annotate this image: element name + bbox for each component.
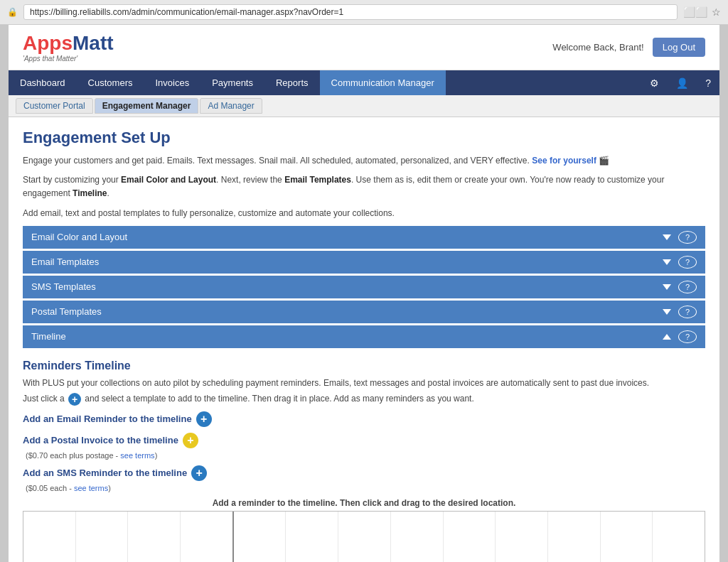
- accordion-label-email-color: Email Color and Layout: [31, 232, 127, 242]
- help-button-timeline[interactable]: ?: [678, 330, 697, 343]
- nav-reports[interactable]: Reports: [264, 70, 320, 95]
- grid-col: [391, 512, 444, 562]
- nav-icon-group: ⚙ 👤 ?: [641, 72, 719, 94]
- chevron-down-icon-4: [663, 309, 671, 315]
- header: AppsMatt 'Apps that Matter' Welcome Back…: [9, 25, 719, 70]
- grid-col: [653, 512, 705, 562]
- address-bar[interactable]: https://billing.reliabills.com/admin/com…: [23, 4, 678, 20]
- logo: AppsMatt 'Apps that Matter': [23, 32, 114, 63]
- add-sms-button[interactable]: +: [191, 465, 207, 481]
- accordion-header-sms-templates[interactable]: SMS Templates ?: [23, 276, 705, 298]
- settings-icon[interactable]: ⚙: [641, 72, 668, 94]
- timeline-chart: Invoice Due -30 -20 -10 00 10 20 30 40 5…: [23, 511, 705, 562]
- grid-col-zero: [181, 512, 234, 562]
- nav-dashboard[interactable]: Dashboard: [9, 70, 77, 95]
- accordion-header-email-color[interactable]: Email Color and Layout ?: [23, 226, 705, 249]
- intro-text-3: Add email, text and postal templates to …: [23, 207, 705, 220]
- logo-apps: Apps: [23, 32, 73, 54]
- grid-col: [286, 512, 338, 562]
- accordion-header-timeline[interactable]: Timeline ?: [23, 325, 705, 348]
- postal-cost-note: ($0.70 each plus postage - see terms): [26, 451, 705, 460]
- see-for-yourself-link[interactable]: See for yourself: [532, 156, 596, 166]
- accordion-email-color: Email Color and Layout ?: [23, 226, 705, 249]
- add-postal-reminder-row: Add a Postal Invoice to the timeline +: [23, 433, 705, 448]
- add-postal-label: Add a Postal Invoice to the timeline: [23, 435, 178, 445]
- chevron-down-icon: [663, 234, 671, 240]
- add-sms-label: Add an SMS Reminder to the timeline: [23, 468, 187, 478]
- grid-col: [76, 512, 129, 562]
- grid-col: [338, 512, 391, 562]
- timeline-section: Reminders Timeline With PLUS put your co…: [23, 360, 705, 562]
- grid-col: [601, 512, 653, 562]
- bookmark-icon: ☆: [712, 6, 721, 18]
- chevron-down-icon-3: [663, 284, 671, 290]
- nav-customers[interactable]: Customers: [77, 70, 144, 95]
- main-content: Engagement Set Up Engage your customers …: [9, 117, 719, 562]
- browser-chrome: 🔒 https://billing.reliabills.com/admin/c…: [0, 0, 728, 25]
- timeline-title: Reminders Timeline: [23, 360, 705, 372]
- add-email-label: Add an Email Reminder to the timeline: [23, 414, 192, 424]
- add-email-button[interactable]: +: [196, 411, 212, 427]
- plus-icon-inline: +: [68, 393, 81, 406]
- grid-col: [128, 512, 181, 562]
- browser-icons: ⬜⬜ ☆: [683, 6, 721, 18]
- logout-button[interactable]: Log Out: [653, 38, 705, 57]
- logo-text: AppsMatt: [23, 32, 114, 55]
- header-right: Welcome Back, Brant! Log Out: [552, 38, 705, 57]
- sms-terms-link[interactable]: see terms: [74, 484, 108, 492]
- welcome-message: Welcome Back, Brant!: [552, 42, 643, 53]
- accordion-header-email-templates[interactable]: Email Templates ?: [23, 251, 705, 274]
- grid-col: [444, 512, 496, 562]
- main-nav: Dashboard Customers Invoices Payments Re…: [9, 70, 719, 95]
- accordion-label-sms-templates: SMS Templates: [31, 281, 96, 292]
- intro-text-1: Engage your customers and get paid. Emai…: [23, 154, 705, 168]
- accordion-timeline: Timeline ?: [23, 325, 705, 348]
- grid-col: [23, 512, 76, 562]
- add-email-reminder-row: Add an Email Reminder to the timeline +: [23, 411, 705, 427]
- accordion-postal-templates: Postal Templates ?: [23, 301, 705, 323]
- add-postal-button[interactable]: +: [183, 433, 198, 448]
- user-icon[interactable]: 👤: [668, 72, 697, 94]
- timeline-desc-1: With PLUS put your collections on auto p…: [23, 377, 705, 389]
- nav-invoices[interactable]: Invoices: [144, 70, 200, 95]
- accordion-label-email-templates: Email Templates: [31, 256, 99, 267]
- nav-payments[interactable]: Payments: [200, 70, 264, 95]
- accordion-label-postal-templates: Postal Templates: [31, 306, 102, 317]
- chevron-up-icon: [663, 334, 671, 340]
- video-icon: 🎬: [599, 156, 609, 166]
- accordion-email-templates: Email Templates ?: [23, 251, 705, 274]
- logo-matt: Matt: [73, 32, 114, 54]
- tab-icon: ⬜⬜: [683, 6, 707, 18]
- logo-tagline: 'Apps that Matter': [23, 55, 114, 63]
- timeline-instruction: Add a reminder to the timeline. Then cli…: [23, 498, 705, 508]
- help-button-email-templates[interactable]: ?: [678, 256, 697, 269]
- grid-col: [496, 512, 548, 562]
- add-sms-reminder-row: Add an SMS Reminder to the timeline +: [23, 465, 705, 481]
- subtab-ad-manager[interactable]: Ad Manager: [200, 98, 262, 114]
- timeline-desc-2: Just click a + and select a template to …: [23, 392, 705, 406]
- subtab-engagement-manager[interactable]: Engagement Manager: [95, 98, 199, 114]
- intro-text-2: Start by customizing your Email Color an…: [23, 173, 705, 200]
- subtab-customer-portal[interactable]: Customer Portal: [16, 98, 93, 114]
- accordion-label-timeline: Timeline: [31, 331, 66, 342]
- app-container: AppsMatt 'Apps that Matter' Welcome Back…: [9, 25, 719, 562]
- help-icon[interactable]: ?: [697, 72, 719, 94]
- sms-cost-note: ($0.05 each - see terms): [26, 484, 705, 492]
- page-title: Engagement Set Up: [23, 129, 705, 147]
- sub-tabs: Customer Portal Engagement Manager Ad Ma…: [9, 95, 719, 117]
- postal-terms-link[interactable]: see terms: [120, 451, 154, 460]
- accordion-sms-templates: SMS Templates ?: [23, 276, 705, 298]
- lock-icon: 🔒: [7, 7, 18, 17]
- nav-communication-manager[interactable]: Communication Manager: [320, 70, 446, 95]
- help-button-email-color[interactable]: ?: [678, 231, 697, 244]
- chevron-down-icon-2: [663, 259, 671, 265]
- grid-col: [548, 512, 601, 562]
- accordion-header-postal-templates[interactable]: Postal Templates ?: [23, 301, 705, 323]
- timeline-grid: [23, 512, 705, 562]
- grid-col: [234, 512, 287, 562]
- help-button-sms[interactable]: ?: [678, 281, 697, 293]
- help-button-postal[interactable]: ?: [678, 306, 697, 318]
